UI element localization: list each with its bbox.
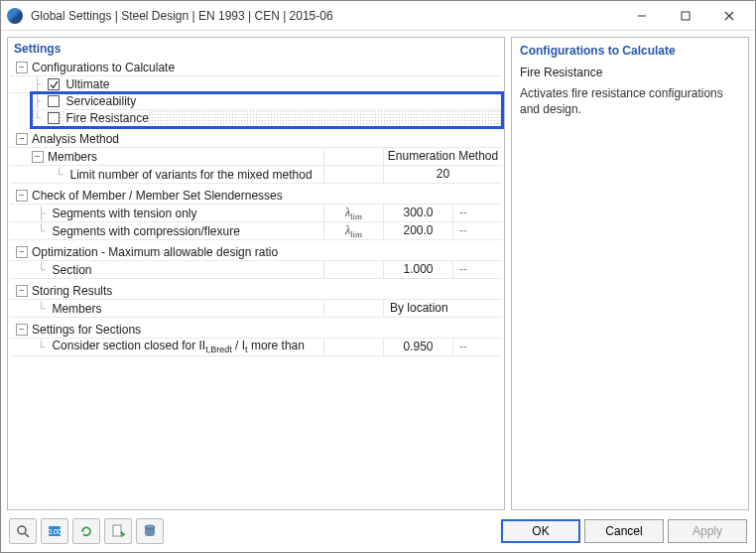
checkbox-fire-resistance[interactable] bbox=[48, 112, 60, 124]
column-header-enum: Enumeration Method bbox=[383, 148, 502, 165]
lambda-lim-symbol: λlim bbox=[345, 206, 362, 219]
option-fire-resistance[interactable]: Fire Resistance bbox=[65, 111, 148, 125]
window-title: Global Settings | Steel Design | EN 1993… bbox=[31, 9, 620, 23]
option-serviceability[interactable]: Serviceability bbox=[65, 94, 136, 108]
storing-members[interactable]: Members bbox=[52, 302, 101, 316]
value-limit-variants[interactable]: 20 bbox=[383, 166, 502, 183]
tree-line: └ bbox=[38, 302, 52, 316]
info-description: Activates fire resistance configurations… bbox=[520, 85, 740, 117]
expander-icon[interactable]: − bbox=[16, 190, 28, 202]
group-analysis: Analysis Method bbox=[32, 132, 119, 146]
expander-icon[interactable]: − bbox=[32, 151, 44, 163]
report-tool-button[interactable] bbox=[104, 518, 132, 544]
group-slenderness: Check of Member / Member Set Slenderness… bbox=[32, 189, 283, 203]
apply-button[interactable]: Apply bbox=[668, 519, 747, 543]
dialog-window: Global Settings | Steel Design | EN 1993… bbox=[0, 0, 756, 553]
titlebar: Global Settings | Steel Design | EN 1993… bbox=[1, 1, 755, 31]
app-icon bbox=[7, 8, 23, 24]
tree-line: └ bbox=[34, 111, 48, 125]
ok-button[interactable]: OK bbox=[501, 519, 580, 543]
lambda-lim-symbol: λlim bbox=[345, 223, 362, 237]
group-configs: Configurations to Calculate bbox=[32, 61, 175, 74]
refresh-tool-button[interactable] bbox=[72, 518, 100, 544]
unit-compression: -- bbox=[452, 222, 502, 239]
info-panel: Configurations to Calculate Fire Resista… bbox=[511, 37, 749, 510]
group-storing: Storing Results bbox=[32, 284, 112, 298]
settings-title: Settings bbox=[8, 38, 504, 60]
value-optimization[interactable]: 1.000 bbox=[383, 261, 452, 278]
tree-line: ├ bbox=[38, 207, 52, 220]
analysis-members[interactable]: Members bbox=[48, 150, 97, 164]
slenderness-tension[interactable]: Segments with tension only bbox=[52, 207, 196, 220]
optimization-section[interactable]: Section bbox=[52, 263, 91, 277]
analysis-limit-variants[interactable]: Limit number of variants for the mixed m… bbox=[69, 168, 312, 182]
expander-icon[interactable]: − bbox=[16, 324, 28, 336]
unit-tension: -- bbox=[452, 205, 502, 221]
value-compression[interactable]: 200.0 bbox=[383, 222, 452, 239]
minimize-button[interactable] bbox=[620, 2, 664, 30]
expander-icon[interactable]: − bbox=[16, 285, 28, 297]
tree-line: ├ bbox=[34, 94, 48, 108]
checkbox-ultimate[interactable] bbox=[48, 78, 60, 90]
units-tool-button[interactable]: 0,00 bbox=[41, 518, 68, 544]
group-sections: Settings for Sections bbox=[32, 323, 141, 337]
svg-rect-4 bbox=[113, 525, 121, 536]
maximize-button[interactable] bbox=[664, 2, 707, 30]
expander-icon[interactable]: − bbox=[16, 246, 28, 258]
unit-optimization: -- bbox=[452, 261, 502, 278]
svg-rect-0 bbox=[682, 12, 690, 20]
button-bar: 0,00 OK Cancel Apply bbox=[1, 512, 755, 552]
tree-line: ├ bbox=[34, 77, 48, 91]
settings-tree: − Configurations to Calculate ├ Ultimate… bbox=[8, 60, 504, 509]
info-heading: Fire Resistance bbox=[520, 66, 740, 79]
unit-sections-closed: -- bbox=[452, 339, 502, 355]
settings-panel: Settings − Configurations to Calculate ├… bbox=[7, 37, 505, 510]
svg-point-1 bbox=[18, 526, 26, 534]
tree-line: └ bbox=[38, 263, 52, 277]
value-tension[interactable]: 300.0 bbox=[383, 205, 452, 221]
search-tool-button[interactable] bbox=[9, 518, 37, 544]
tree-line: └ bbox=[38, 341, 52, 354]
database-tool-button[interactable] bbox=[136, 518, 164, 544]
close-button[interactable] bbox=[707, 2, 751, 30]
value-sections-closed[interactable]: 0.950 bbox=[383, 339, 452, 355]
info-title: Configurations to Calculate bbox=[520, 44, 740, 58]
tree-line: └ bbox=[56, 168, 69, 182]
checkbox-serviceability[interactable] bbox=[48, 95, 60, 107]
tree-line: └ bbox=[38, 224, 52, 238]
svg-text:0,00: 0,00 bbox=[48, 528, 62, 535]
sections-closed-label[interactable]: Consider section closed for IIt,Bredt / … bbox=[52, 339, 305, 354]
slenderness-compression[interactable]: Segments with compression/flexure bbox=[52, 224, 239, 238]
cancel-button[interactable]: Cancel bbox=[584, 519, 664, 543]
value-storing[interactable]: By location bbox=[383, 300, 502, 317]
group-optimization: Optimization - Maximum allowable design … bbox=[32, 245, 278, 259]
expander-icon[interactable]: − bbox=[16, 133, 28, 145]
option-ultimate[interactable]: Ultimate bbox=[65, 77, 109, 91]
expander-icon[interactable]: − bbox=[16, 62, 28, 73]
